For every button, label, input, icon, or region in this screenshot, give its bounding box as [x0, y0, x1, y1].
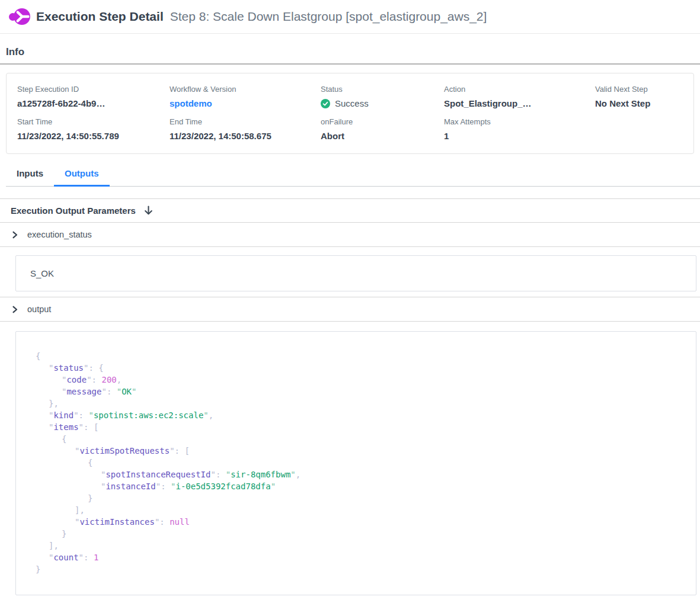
- tab-bar: Inputs Outputs: [6, 163, 700, 187]
- outputs-section-header: Execution Output Parameters: [0, 198, 700, 223]
- field-end-time: End Time 11/23/2022, 14:50:58.675: [170, 117, 321, 141]
- field-label: Start Time: [17, 117, 170, 126]
- field-label: Valid Next Step: [595, 85, 688, 94]
- field-value: 1: [444, 131, 595, 141]
- execution-status-value: S_OK: [30, 268, 54, 278]
- field-valid-next-step: Valid Next Step No Next Step: [595, 85, 688, 108]
- field-label: Step Execution ID: [17, 85, 170, 94]
- field-label: Workflow & Version: [170, 85, 321, 94]
- spot-logo-icon: [8, 7, 31, 27]
- field-workflow-version: Workflow & Version spotdemo: [170, 85, 321, 108]
- field-value: a125728f-6b22-4b9…: [17, 98, 170, 108]
- tab-inputs[interactable]: Inputs: [6, 163, 54, 186]
- page-title: Execution Step Detail: [36, 9, 164, 24]
- param-row-output[interactable]: output: [0, 297, 700, 322]
- field-onfailure: onFailure Abort: [321, 117, 444, 141]
- tab-outputs[interactable]: Outputs: [54, 163, 110, 186]
- output-json-box: {"status": {"code": 200,"message": "OK"}…: [15, 331, 696, 595]
- field-value: Spot_Elastigroup_…: [444, 98, 595, 108]
- param-row-execution-status[interactable]: execution_status: [0, 223, 700, 247]
- page-subtitle: Step 8: Scale Down Elastgroup [spot_elas…: [170, 9, 487, 24]
- field-value: Abort: [321, 131, 444, 141]
- info-divider: [0, 63, 700, 65]
- param-name: execution_status: [27, 230, 92, 239]
- field-label: Max Attempts: [444, 117, 595, 126]
- field-label: End Time: [170, 117, 321, 126]
- field-value: 11/23/2022, 14:50:58.675: [170, 131, 321, 141]
- status-text: Success: [335, 98, 369, 108]
- field-status: Status Success: [321, 85, 444, 108]
- workflow-link[interactable]: spotdemo: [170, 98, 321, 108]
- field-value: 11/23/2022, 14:50:55.789: [17, 131, 170, 141]
- app-header: Execution Step Detail Step 8: Scale Down…: [0, 0, 700, 34]
- download-arrow-icon[interactable]: [144, 206, 153, 216]
- outputs-section-title: Execution Output Parameters: [11, 206, 136, 216]
- execution-status-value-box: S_OK: [15, 255, 696, 291]
- info-card: Step Execution ID a125728f-6b22-4b9… Wor…: [6, 73, 694, 154]
- chevron-right-icon: [11, 306, 18, 313]
- info-section-title: Info: [6, 46, 694, 58]
- field-action: Action Spot_Elastigroup_…: [444, 85, 595, 108]
- field-step-execution-id: Step Execution ID a125728f-6b22-4b9…: [17, 85, 170, 108]
- chevron-right-icon: [11, 231, 18, 239]
- field-start-time: Start Time 11/23/2022, 14:50:55.789: [17, 117, 170, 141]
- field-max-attempts: Max Attempts 1: [444, 117, 595, 141]
- field-label: Action: [444, 85, 595, 94]
- param-name: output: [27, 304, 51, 314]
- field-value: No Next Step: [595, 98, 688, 108]
- field-label: onFailure: [321, 117, 444, 126]
- check-circle-icon: [321, 99, 330, 108]
- status-badge: Success: [321, 98, 444, 108]
- field-label: Status: [321, 85, 444, 94]
- output-json-code: {"status": {"code": 200,"message": "OK"}…: [36, 350, 678, 575]
